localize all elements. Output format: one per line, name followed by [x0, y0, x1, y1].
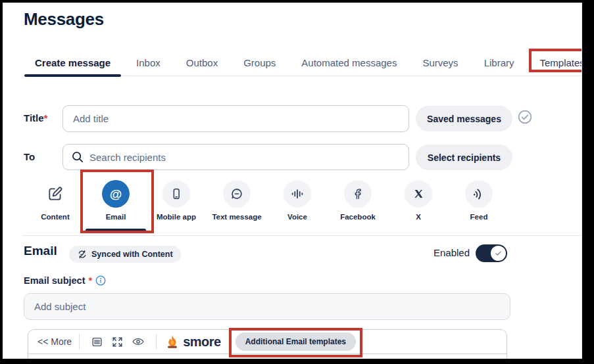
channel-content[interactable]: Content: [26, 180, 85, 221]
tab-label: Groups: [243, 57, 276, 68]
toggle-check-icon: [494, 249, 503, 258]
screenshot-frame: { "page": { "title": "Messages" }, "tabs…: [0, 0, 594, 364]
chat-bubble-icon: [223, 180, 251, 208]
rss-feed-icon: [465, 180, 493, 208]
tab-bar: Create message Inbox Outbox Groups Autom…: [22, 51, 582, 76]
channel-label: X: [416, 213, 421, 221]
layout-rows-button[interactable]: [87, 336, 107, 348]
channel-label: Mobile app: [157, 213, 196, 221]
channel-x[interactable]: X: [389, 180, 448, 221]
channel-text-message[interactable]: Text message: [207, 180, 266, 221]
section-divider: [22, 235, 582, 236]
tab-library[interactable]: Library: [482, 51, 516, 76]
title-label: Title*: [24, 105, 47, 131]
phone-icon: [162, 180, 190, 208]
channel-label: Feed: [470, 213, 488, 221]
tab-label: Inbox: [136, 57, 161, 68]
preview-button[interactable]: [128, 335, 149, 348]
tab-groups[interactable]: Groups: [241, 51, 278, 76]
tab-label: Surveys: [422, 57, 458, 68]
tab-label: Library: [484, 57, 514, 68]
search-icon: [70, 150, 85, 164]
additional-templates-wrap: Additional Email templates: [235, 332, 356, 351]
channel-label: Content: [41, 213, 69, 221]
editor-toolbar-row: << More smore Additional Emai: [28, 330, 507, 354]
tab-label: Create message: [35, 57, 111, 68]
active-tab-underline: [24, 74, 121, 77]
recipients-search-input[interactable]: [62, 144, 409, 170]
title-input[interactable]: [62, 105, 409, 132]
title-label-text: Title: [24, 112, 44, 124]
synced-badge: Synced with Content: [69, 246, 181, 263]
toolbar-divider: [156, 334, 157, 350]
channel-label: Voice: [287, 213, 307, 221]
saved-messages-button[interactable]: Saved messages: [416, 106, 512, 131]
smore-brand-text: smore: [183, 334, 221, 350]
tab-surveys[interactable]: Surveys: [420, 51, 460, 76]
smore-logo: smore: [165, 334, 221, 350]
email-subject-input[interactable]: [24, 293, 510, 320]
page-title: Messages: [24, 9, 104, 30]
email-enabled-toggle[interactable]: [476, 244, 507, 262]
channel-label: Text message: [212, 213, 261, 221]
toggle-knob: [491, 246, 506, 261]
at-glyph: @: [110, 188, 122, 200]
waveform-icon: [284, 180, 311, 208]
check-circle-icon[interactable]: [517, 109, 533, 125]
required-asterisk: *: [44, 112, 48, 124]
selected-channel-underline: [86, 229, 146, 232]
email-section-heading: Email: [24, 244, 57, 258]
facebook-icon: [344, 180, 372, 208]
layout-rows-icon: [91, 336, 103, 348]
app-window: Messages Create message Inbox Outbox Gro…: [3, 3, 582, 359]
tab-create-message[interactable]: Create message: [33, 51, 112, 76]
tab-automated-messages[interactable]: Automated messages: [299, 51, 399, 76]
subject-required-asterisk: *: [88, 275, 92, 286]
tab-templates[interactable]: Templates: [537, 51, 582, 76]
tab-label: Templates: [539, 57, 582, 68]
x-logo-icon: [405, 180, 432, 208]
at-icon: @: [102, 180, 130, 208]
eye-icon: [132, 335, 145, 348]
tab-label: Automated messages: [301, 57, 397, 68]
tab-label: Outbox: [186, 57, 218, 68]
info-icon[interactable]: [95, 275, 106, 286]
email-subject-label-text: Email subject: [24, 275, 85, 286]
channel-email[interactable]: @ Email: [86, 180, 145, 232]
channel-selector: Content @ Email Mobile app Text message …: [3, 180, 582, 237]
sync-icon: [77, 249, 87, 260]
channel-voice[interactable]: Voice: [268, 180, 327, 221]
email-subject-label: Email subject *: [24, 275, 106, 286]
channel-mobile-app[interactable]: Mobile app: [147, 180, 206, 221]
channel-label: Facebook: [340, 213, 376, 221]
synced-badge-label: Synced with Content: [91, 250, 173, 259]
enabled-label: Enabled: [433, 247, 470, 258]
flame-icon: [165, 334, 180, 349]
channel-feed[interactable]: Feed: [449, 180, 508, 221]
tab-inbox[interactable]: Inbox: [134, 51, 162, 76]
expand-button[interactable]: [107, 336, 128, 348]
compose-icon: [41, 180, 69, 208]
more-tools-button[interactable]: << More: [37, 336, 72, 347]
channel-label: Email: [106, 213, 126, 221]
editor-toolbar: << More smore Additional Emai: [28, 329, 507, 359]
additional-email-templates-button[interactable]: Additional Email templates: [235, 332, 356, 351]
toolbar-divider: [79, 334, 80, 350]
select-recipients-button[interactable]: Select recipients: [416, 145, 512, 170]
to-label: To: [24, 144, 35, 170]
channel-facebook[interactable]: Facebook: [328, 180, 387, 221]
tab-outbox[interactable]: Outbox: [184, 51, 220, 76]
expand-icon: [111, 336, 124, 348]
